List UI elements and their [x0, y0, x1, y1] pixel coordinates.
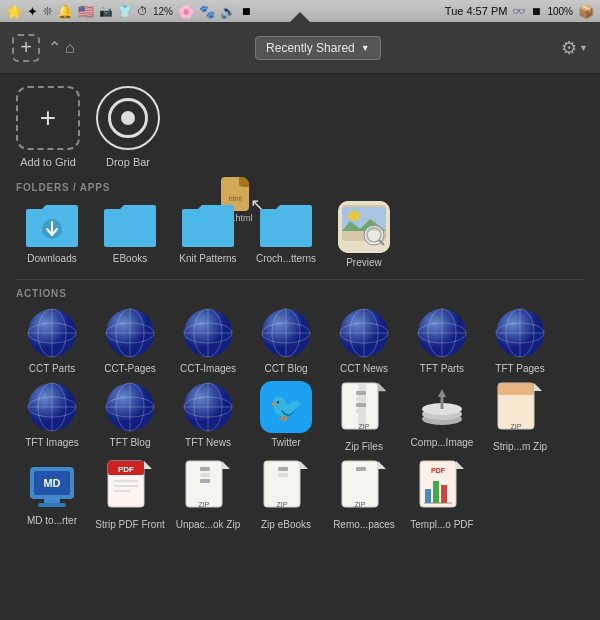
tft-blog-label: TFT Blog: [110, 437, 151, 449]
templ-pdf-item[interactable]: PDF Templ...o PDF: [406, 459, 478, 531]
cct-news-item[interactable]: CCT News: [328, 307, 400, 375]
target-icon: [108, 98, 148, 138]
dropdown-label: Recently Shared: [266, 41, 355, 55]
knit-patterns-item[interactable]: Knit Patterns: [172, 201, 244, 269]
toolbar-left: + ⌃ ⌂: [12, 34, 75, 62]
twitter-label: Twitter: [271, 437, 300, 449]
zip-files-icon: ZIP: [340, 381, 388, 437]
section-divider-1: [16, 279, 584, 280]
zip-ebooks-item[interactable]: ZIP Zip eBooks: [250, 459, 322, 531]
svg-rect-71: [498, 383, 534, 395]
svg-rect-86: [200, 467, 210, 471]
cct-images-globe-icon: [182, 307, 234, 359]
tft-images-globe-icon: [26, 381, 78, 433]
svg-text:ZIP: ZIP: [355, 501, 366, 508]
tft-parts-item[interactable]: TFT Parts: [406, 307, 478, 375]
add-to-grid-box[interactable]: +: [16, 86, 80, 150]
strip-pdf-icon: PDF: [106, 459, 154, 515]
unpack-zip-label: Unpac...ok Zip: [176, 519, 240, 531]
remo-spaces-item[interactable]: ZIP Remo...paces: [328, 459, 400, 531]
wifi-label: 12%: [153, 6, 173, 17]
crochet-patterns-folder-icon: [258, 201, 314, 249]
plus-icon: +: [20, 36, 32, 59]
cct-pages-label: CCT-Pages: [104, 363, 156, 375]
add-button[interactable]: +: [12, 34, 40, 62]
twitter-app-icon: 🐦: [260, 381, 312, 433]
svg-rect-63: [356, 403, 366, 407]
twitter-item[interactable]: 🐦 Twitter: [250, 381, 322, 453]
zip-files-label: Zip Files: [345, 441, 383, 453]
svg-rect-97: [425, 489, 431, 503]
svg-text:PDF: PDF: [431, 467, 446, 474]
home-icon[interactable]: ⌂: [65, 39, 75, 57]
svg-rect-76: [44, 499, 60, 503]
nav-icons: ⌃ ⌂: [48, 38, 75, 57]
downloads-item[interactable]: Downloads: [16, 201, 88, 269]
svg-rect-61: [356, 391, 366, 395]
action-bar: + Add to Grid Drop Bar: [16, 86, 584, 168]
tft-pages-globe-icon: [494, 307, 546, 359]
cct-blog-globe-icon: [260, 307, 312, 359]
md-converter-item[interactable]: MD MD to...rter: [16, 459, 88, 531]
zip-ebooks-icon: ZIP: [262, 459, 310, 515]
svg-rect-91: [278, 467, 288, 471]
svg-text:ZIP: ZIP: [359, 423, 370, 430]
cct-images-item[interactable]: CCT-Images: [172, 307, 244, 375]
cct-blog-item[interactable]: CCT Blog: [250, 307, 322, 375]
preview-label: Preview: [346, 257, 382, 269]
svg-rect-95: [356, 467, 366, 471]
up-icon[interactable]: ⌃: [48, 38, 61, 57]
strip-zip-item[interactable]: ZIP Strip...m Zip: [484, 381, 556, 453]
content-area: + Add to Grid Drop Bar html ab...html ↖: [0, 74, 600, 620]
menubar-battery: 100%: [547, 6, 573, 17]
comp-image-icon: [416, 381, 468, 433]
tft-images-label: TFT Images: [25, 437, 79, 449]
add-to-grid-item[interactable]: + Add to Grid: [16, 86, 80, 168]
cct-pages-globe-icon: [104, 307, 156, 359]
panel-arrow: [290, 12, 310, 22]
tft-images-item[interactable]: TFT Images: [16, 381, 88, 453]
svg-rect-98: [433, 481, 439, 503]
strip-zip-icon: ZIP: [496, 381, 544, 437]
crochet-patterns-item[interactable]: Croch...tterns: [250, 201, 322, 269]
comp-image-label: Comp...Image: [411, 437, 474, 449]
gear-button[interactable]: ⚙ ▼: [561, 37, 588, 59]
md-converter-label: MD to...rter: [27, 515, 77, 527]
tft-news-globe-icon: [182, 381, 234, 433]
svg-text:ZIP: ZIP: [511, 423, 522, 430]
crochet-patterns-label: Croch...tterns: [256, 253, 316, 265]
svg-text:PDF: PDF: [118, 465, 134, 474]
svg-rect-88: [200, 479, 210, 483]
svg-rect-87: [200, 473, 210, 477]
svg-rect-92: [278, 473, 288, 477]
tft-pages-item[interactable]: TFT Pages: [484, 307, 556, 375]
strip-pdf-item[interactable]: PDF Strip PDF Front: [94, 459, 166, 531]
folders-grid: Downloads EBooks Knit Patterns: [16, 201, 584, 269]
comp-image-item[interactable]: Comp...Image: [406, 381, 478, 453]
add-to-grid-label: Add to Grid: [20, 156, 76, 168]
tft-blog-item[interactable]: TFT Blog: [94, 381, 166, 453]
svg-rect-62: [356, 397, 366, 401]
drop-bar-item[interactable]: Drop Bar: [96, 86, 160, 168]
tft-parts-label: TFT Parts: [420, 363, 464, 375]
zip-files-item[interactable]: ZIP Zip Files: [328, 381, 400, 453]
cct-pages-item[interactable]: CCT-Pages: [94, 307, 166, 375]
ebooks-label: EBooks: [113, 253, 147, 265]
drop-bar-label: Drop Bar: [106, 156, 150, 168]
preview-item[interactable]: Preview: [328, 201, 400, 269]
unpack-zip-item[interactable]: ZIP Unpac...ok Zip: [172, 459, 244, 531]
actions-section-label: ACTIONS: [16, 288, 584, 299]
recently-shared-dropdown[interactable]: Recently Shared ▼: [255, 36, 381, 60]
ebooks-item[interactable]: EBooks: [94, 201, 166, 269]
remo-spaces-label: Remo...paces: [333, 519, 395, 531]
knit-patterns-label: Knit Patterns: [179, 253, 236, 265]
tft-parts-globe-icon: [416, 307, 468, 359]
tft-news-item[interactable]: TFT News: [172, 381, 244, 453]
drop-bar-box[interactable]: [96, 86, 160, 150]
cct-parts-globe-icon: [26, 307, 78, 359]
cct-parts-item[interactable]: CCT Parts: [16, 307, 88, 375]
target-inner: [121, 111, 135, 125]
knit-patterns-folder-icon: [180, 201, 236, 249]
menubar-time: Tue 4:57 PM: [445, 5, 508, 17]
cct-news-globe-icon: [338, 307, 390, 359]
